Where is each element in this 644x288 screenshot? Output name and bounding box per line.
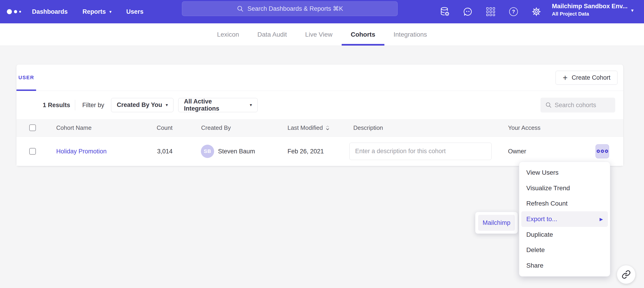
menu-item-share[interactable]: Share (521, 258, 608, 273)
cohort-search (540, 97, 615, 112)
more-dot (605, 150, 608, 153)
logo-dot (19, 11, 21, 13)
created-by-filter-value: Created By You (117, 101, 162, 108)
logo-dot (14, 10, 17, 13)
help-icon: ? (509, 7, 518, 16)
last-modified-date: Feb 26, 2021 (288, 148, 324, 155)
integrations-filter-value: All Active Integrations (184, 98, 246, 112)
cohorts-panel: USER + Create Cohort 1 Results Filter by… (16, 65, 623, 166)
topbar-icon-group: ? (440, 0, 542, 23)
data-management-button[interactable] (440, 7, 450, 17)
tab-lexicon[interactable]: Lexicon (208, 23, 248, 46)
description-field (350, 143, 492, 160)
tab-live-view[interactable]: Live View (296, 23, 342, 46)
results-count: 1 Results (43, 101, 70, 108)
feedback-smiley-icon (463, 7, 472, 17)
project-chevron-down-icon[interactable]: ▼ (630, 8, 634, 13)
filter-bar: 1 Results Filter by Created By You ▾ All… (16, 91, 623, 119)
row-checkbox[interactable] (29, 148, 36, 155)
column-cohort-name[interactable]: Cohort Name (56, 124, 92, 131)
submenu-arrow-icon: ▶ (600, 217, 603, 222)
row-actions-menu: View Users Visualize Trend Refresh Count… (519, 162, 610, 276)
feedback-button[interactable] (463, 7, 473, 17)
menu-item-delete[interactable]: Delete (521, 242, 608, 258)
section-tabs: Lexicon Data Audit Live View Cohorts Int… (0, 23, 644, 46)
apps-button[interactable] (486, 7, 496, 17)
project-switcher[interactable]: Mailchimp Sandbox Env... All Project Dat… (552, 3, 628, 17)
table-row: Holiday Promotion 3,014 SB Steven Baum F… (16, 137, 623, 166)
top-navigation-bar: Dashboards Reports ▾ Users Search Dashbo… (0, 0, 644, 23)
search-icon (545, 102, 552, 108)
menu-item-visualize-trend[interactable]: Visualize Trend (521, 180, 608, 196)
nav-users[interactable]: Users (126, 8, 144, 15)
table-header-row: Cohort Name Count Created By Last Modifi… (16, 119, 623, 137)
user-type-tab[interactable]: USER (16, 65, 36, 91)
panel-header: USER + Create Cohort (16, 65, 623, 91)
project-name: Mailchimp Sandbox Env... (552, 3, 628, 10)
tab-integrations[interactable]: Integrations (384, 23, 436, 46)
cohorts-page: Dashboards Reports ▾ Users Search Dashbo… (0, 0, 644, 288)
menu-item-export-to-label: Export to... (526, 215, 557, 223)
cohort-count: 3,014 (131, 148, 172, 155)
menu-item-export-to[interactable]: Export to... ▶ (521, 211, 608, 227)
create-cohort-label: Create Cohort (572, 74, 610, 81)
row-more-actions-button[interactable] (596, 144, 609, 158)
mixpanel-logo[interactable] (7, 9, 21, 14)
link-icon (622, 270, 631, 279)
access-value: Owner (508, 148, 526, 155)
menu-item-refresh-count[interactable]: Refresh Count (521, 196, 608, 211)
global-search-input[interactable]: Search Dashboards & Reports ⌘K (182, 1, 398, 16)
integrations-filter-dropdown[interactable]: All Active Integrations ▾ (178, 98, 258, 112)
select-all-checkbox[interactable] (29, 124, 36, 131)
sort-icon[interactable] (326, 125, 330, 130)
cohort-name-link[interactable]: Holiday Promotion (56, 148, 107, 155)
menu-item-duplicate[interactable]: Duplicate (521, 227, 608, 242)
copy-link-button[interactable] (617, 265, 636, 284)
tab-cohorts[interactable]: Cohorts (342, 23, 384, 46)
created-by-name: Steven Baum (218, 148, 255, 155)
tab-data-audit[interactable]: Data Audit (248, 23, 296, 46)
avatar: SB (201, 145, 214, 158)
database-gear-icon (440, 7, 450, 17)
column-last-modified[interactable]: Last Modified (288, 124, 330, 131)
column-last-modified-label: Last Modified (288, 124, 323, 131)
nav-reports[interactable]: Reports ▾ (82, 8, 112, 15)
description-input[interactable] (350, 143, 492, 160)
help-button[interactable]: ? (508, 7, 518, 17)
chevron-down-icon: ▾ (250, 103, 252, 107)
logo-dot (7, 9, 12, 14)
more-dot (601, 150, 604, 153)
nav-dashboards[interactable]: Dashboards (32, 8, 68, 15)
primary-nav: Dashboards Reports ▾ Users (32, 0, 144, 23)
menu-item-view-users[interactable]: View Users (521, 165, 608, 180)
column-created-by[interactable]: Created By (201, 124, 231, 131)
nav-reports-label: Reports (82, 8, 106, 15)
column-your-access[interactable]: Your Access (508, 124, 540, 131)
export-submenu: Mailchimp (475, 212, 518, 234)
settings-button[interactable] (531, 7, 542, 17)
created-by-filter-dropdown[interactable]: Created By You ▾ (111, 98, 174, 112)
question-mark-glyph: ? (512, 9, 515, 15)
more-dot (597, 150, 600, 153)
chevron-down-icon: ▾ (166, 103, 168, 107)
project-scope: All Project Data (552, 11, 628, 17)
global-search-placeholder: Search Dashboards & Reports ⌘K (248, 5, 343, 12)
filter-by-label: Filter by (82, 101, 104, 108)
submenu-item-mailchimp[interactable]: Mailchimp (478, 215, 515, 231)
column-description[interactable]: Description (353, 124, 383, 131)
column-count[interactable]: Count (131, 124, 172, 131)
search-icon (236, 5, 244, 12)
divider (75, 100, 75, 110)
apps-grid-icon (486, 7, 495, 16)
gear-icon (531, 7, 542, 17)
create-cohort-button[interactable]: + Create Cohort (556, 71, 618, 85)
chevron-down-icon: ▾ (110, 10, 112, 14)
